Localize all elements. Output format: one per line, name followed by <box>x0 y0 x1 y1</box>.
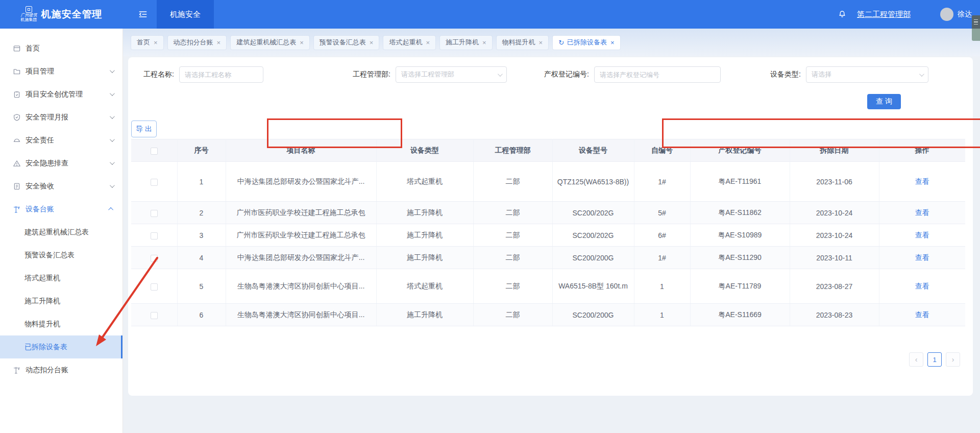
view-link[interactable]: 查看 <box>915 282 929 290</box>
select-all-checkbox[interactable] <box>151 148 158 155</box>
device-type-select[interactable]: 请选择 <box>806 66 928 83</box>
sidebar-item-safety-responsibility[interactable]: 安全责任 <box>0 129 122 152</box>
col-project: 项目名称 <box>226 139 376 162</box>
registration-no-label: 产权登记编号: <box>544 70 589 79</box>
sidebar-subitem-tower-crane[interactable]: 塔式起重机 <box>0 267 122 290</box>
sidebar-item-home[interactable]: 首页 <box>0 37 122 60</box>
next-page-button[interactable]: › <box>946 352 960 367</box>
prev-page-button[interactable]: ‹ <box>909 352 923 367</box>
sidebar-subitem-material-hoist[interactable]: 物料提升机 <box>0 312 122 335</box>
avatar[interactable] <box>940 8 953 21</box>
table-row: 5 生物岛粤港澳大湾区协同创新中心项目... 塔式起重机 二部 WA6515-8… <box>131 269 965 304</box>
notification-bell-icon[interactable] <box>835 0 850 29</box>
close-tab-icon[interactable]: × <box>300 39 304 46</box>
view-link[interactable]: 查看 <box>915 208 929 216</box>
header-tab-active[interactable]: 机施安全 <box>157 0 214 29</box>
dismantled-devices-table: 序号 项目名称 设备类型 工程管理部 设备型号 自编号 产权登记编号 拆除日期 … <box>131 139 965 326</box>
clipboard-icon <box>12 90 21 99</box>
sidebar-item-label: 物料提升机 <box>24 320 113 329</box>
shield-icon <box>12 113 21 122</box>
view-link[interactable]: 查看 <box>915 231 929 239</box>
widget-lower-block[interactable] <box>972 29 980 41</box>
col-date: 拆除日期 <box>790 139 879 162</box>
widget-menu-icon[interactable] <box>972 15 980 29</box>
tab-dismantled-devices[interactable]: ↻已拆除设备表× <box>553 36 620 50</box>
sidebar-item-equipment-ledger[interactable]: 设备台账 <box>0 198 122 221</box>
row-checkbox[interactable] <box>151 179 158 186</box>
search-button[interactable]: 查 询 <box>867 94 901 109</box>
sidebar-item-label: 项目安全创优管理 <box>26 90 110 99</box>
row-checkbox[interactable] <box>151 232 158 239</box>
table-row: 4 中海达集团总部研发办公暨国家北斗产... 施工升降机 二部 SC200/20… <box>131 247 965 269</box>
sidebar-item-label: 安全隐患排查 <box>26 159 110 168</box>
table-row: 2 广州市医药职业学校迁建工程施工总承包 施工升降机 二部 SC200/202G… <box>131 202 965 224</box>
collapse-sidebar-icon[interactable] <box>135 0 151 29</box>
refresh-icon[interactable]: ↻ <box>558 39 564 46</box>
sidebar-item-monthly-report[interactable]: 安全管理月报 <box>0 106 122 129</box>
sidebar-item-project-management[interactable]: 项目管理 <box>0 60 122 83</box>
view-link[interactable]: 查看 <box>915 310 929 319</box>
project-name-input[interactable] <box>179 66 263 83</box>
row-checkbox[interactable] <box>151 210 158 217</box>
table-header-row: 序号 项目名称 设备类型 工程管理部 设备型号 自编号 产权登记编号 拆除日期 … <box>131 139 965 162</box>
app-header: 广州建筑 机施集团 机施安全管理 机施安全 第二工程管理部 徐达 <box>0 0 980 29</box>
close-tab-icon[interactable]: × <box>539 39 543 46</box>
chevron-down-icon <box>110 114 115 119</box>
floating-widget[interactable] <box>972 15 980 41</box>
pagination: ‹ 1 › <box>909 352 960 367</box>
sidebar-subitem-dismantled-devices[interactable]: 已拆除设备表 <box>0 335 122 358</box>
registration-no-input[interactable] <box>594 66 721 83</box>
management-dept-select[interactable]: 请选择工程管理部 <box>396 66 507 83</box>
tab-construction-hoist[interactable]: 施工升降机× <box>440 36 492 50</box>
logo-line2: 机施集团 <box>21 18 37 22</box>
sidebar-item-dynamic-score[interactable]: 动态扣分台账 <box>0 358 122 381</box>
chevron-down-icon <box>919 71 924 77</box>
tab-machinery-summary[interactable]: 建筑起重机械汇总表× <box>231 36 309 50</box>
sidebar-subitem-warning-devices[interactable]: 预警设备汇总表 <box>0 244 122 267</box>
content-panel: 工程名称: 工程管理部: 请选择工程管理部 产权登记编号: 设备类型: 请选择 … <box>128 57 973 396</box>
tab-tower-crane[interactable]: 塔式起重机× <box>383 36 435 50</box>
tab-warning-devices[interactable]: 预警设备汇总表× <box>314 36 379 50</box>
close-tab-icon[interactable]: × <box>370 39 374 46</box>
sidebar-item-safety-acceptance[interactable]: 安全验收 <box>0 175 122 198</box>
sidebar-item-label: 设备台账 <box>26 205 110 214</box>
folder-icon <box>12 67 21 76</box>
row-checkbox[interactable] <box>151 312 158 319</box>
export-button[interactable]: 导 出 <box>131 121 157 137</box>
table-row: 6 生物岛粤港澳大湾区协同创新中心项目... 施工升降机 二部 SC200/20… <box>131 304 965 326</box>
page-1-button[interactable]: 1 <box>927 352 942 367</box>
sidebar-subitem-construction-hoist[interactable]: 施工升降机 <box>0 290 122 312</box>
close-tab-icon[interactable]: × <box>217 39 221 46</box>
view-link[interactable]: 查看 <box>915 253 929 261</box>
sidebar-item-label: 预警设备汇总表 <box>24 251 113 260</box>
sidebar-item-label: 安全责任 <box>26 136 110 145</box>
username[interactable]: 徐达 <box>958 10 972 19</box>
sidebar-item-label: 动态扣分台账 <box>26 366 113 375</box>
sidebar-item-safety-excellence[interactable]: 项目安全创优管理 <box>0 83 122 106</box>
department-link[interactable]: 第二工程管理部 <box>857 10 911 19</box>
close-tab-icon[interactable]: × <box>154 39 158 46</box>
crane-icon <box>12 205 21 213</box>
close-tab-icon[interactable]: × <box>610 39 615 46</box>
sidebar-subitem-machinery-summary[interactable]: 建筑起重机械汇总表 <box>0 221 122 244</box>
tab-dynamic-score[interactable]: 动态扣分台账× <box>168 36 227 50</box>
sidebar: 首页 项目管理 项目安全创优管理 安全管理月报 安全责任 安全隐患排查 安全验收… <box>0 29 123 433</box>
sidebar-item-label: 项目管理 <box>26 67 110 76</box>
tab-material-hoist[interactable]: 物料提升机× <box>497 36 549 50</box>
row-checkbox[interactable] <box>151 283 158 291</box>
document-icon <box>12 182 21 190</box>
col-dept: 工程管理部 <box>473 139 552 162</box>
chevron-down-icon <box>110 183 115 188</box>
tab-home[interactable]: 首页× <box>131 36 163 50</box>
close-tab-icon[interactable]: × <box>426 39 430 46</box>
col-self-no: 自编号 <box>634 139 690 162</box>
company-logo-icon: 广州建筑 机施集团 <box>21 6 37 22</box>
device-type-label: 设备类型: <box>770 70 801 79</box>
col-action: 操作 <box>879 139 965 162</box>
col-type: 设备类型 <box>376 139 473 162</box>
close-tab-icon[interactable]: × <box>482 39 486 46</box>
table-row: 3 广州市医药职业学校迁建工程施工总承包 施工升降机 二部 SC200/202G… <box>131 224 965 247</box>
sidebar-item-hazard-inspection[interactable]: 安全隐患排查 <box>0 152 122 175</box>
view-link[interactable]: 查看 <box>915 177 929 185</box>
row-checkbox[interactable] <box>151 255 158 262</box>
